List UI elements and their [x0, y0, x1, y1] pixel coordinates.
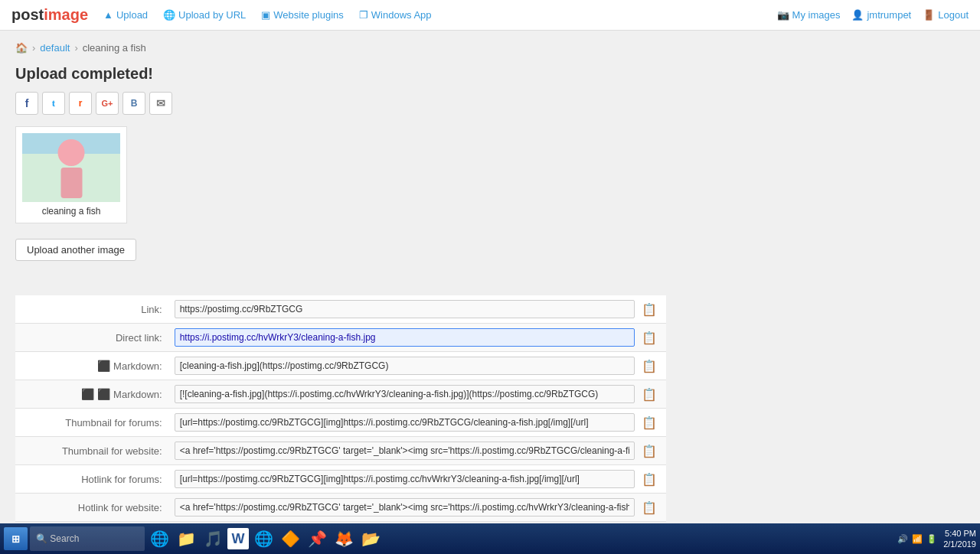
- copy-button-thumbnail-website[interactable]: 📋: [639, 442, 660, 460]
- logout-label: Logout: [938, 9, 969, 21]
- taskbar-search-icon[interactable]: 🔍 Search: [30, 526, 145, 551]
- link-input-markdown[interactable]: [175, 357, 635, 375]
- link-input-wrap-hotlink-website: 📋: [175, 498, 660, 517]
- breadcrumb-sep-1: ›: [32, 42, 35, 54]
- link-input-cell-link: 📋: [168, 295, 666, 324]
- copy-button-markdown-gh[interactable]: 📋: [639, 386, 660, 403]
- navbar: postimage ▲ Upload 🌐 Upload by URL ▣ Web…: [0, 0, 980, 31]
- link-input-cell-thumbnail-website: 📋: [168, 437, 666, 465]
- link-row-markdown-gh: ⬛⬛Markdown:📋: [15, 380, 666, 409]
- globe-icon: 🌐: [163, 9, 175, 21]
- taskbar: ⊞ 🔍 Search 🌐 📁 🎵 W 🌐 🔶 📌 🦊 📂 🔊 📶 🔋 5:40 …: [0, 523, 980, 554]
- upload-nav-link[interactable]: ▲ Upload: [103, 9, 148, 21]
- link-label-hotlink-website: Hotlink for website:: [15, 494, 168, 522]
- share-email-button[interactable]: ✉: [149, 92, 172, 115]
- link-label-markdown-gh: ⬛⬛Markdown:: [15, 380, 168, 409]
- link-label: Markdown:: [113, 389, 162, 400]
- copy-button-direct-link[interactable]: 📋: [639, 329, 660, 347]
- link-input-cell-hotlink-website: 📋: [168, 494, 666, 522]
- image-card-label: cleaning a fish: [22, 206, 120, 217]
- date-display: 2/1/2019: [943, 539, 976, 549]
- upload-by-url-nav-link[interactable]: 🌐 Upload by URL: [163, 9, 246, 21]
- windows-app-label: Windows App: [371, 9, 432, 21]
- upload-title: Upload completed!: [15, 65, 965, 83]
- link-label-hotlink-forums: Hotlink for forums:: [15, 465, 168, 494]
- taskbar-firefox-icon[interactable]: 🦊: [332, 526, 356, 551]
- link-label: Markdown:: [113, 360, 162, 372]
- puzzle-icon: ▣: [261, 9, 270, 21]
- link-input-thumbnail-website[interactable]: [175, 442, 635, 460]
- tray-icon-1: 🔊: [897, 534, 908, 544]
- taskbar-ie-icon[interactable]: 🌐: [147, 526, 172, 551]
- link-label-thumbnail-forums: Thumbnail for forums:: [15, 409, 168, 437]
- website-plugins-nav-link[interactable]: ▣ Website plugins: [261, 9, 344, 21]
- taskbar-app7-icon[interactable]: 📌: [305, 526, 329, 551]
- share-googleplus-button[interactable]: G+: [96, 92, 119, 115]
- windows-icon: ❐: [359, 9, 368, 21]
- tray-icon-3: 🔋: [926, 534, 937, 544]
- link-label-direct-link: Direct link:: [15, 324, 168, 352]
- copy-button-link[interactable]: 📋: [639, 301, 660, 318]
- start-button[interactable]: ⊞: [4, 527, 28, 550]
- windows-app-nav-link[interactable]: ❐ Windows App: [359, 9, 432, 21]
- home-icon: 🏠: [15, 42, 28, 54]
- link-input-wrap-markdown: 📋: [175, 357, 660, 375]
- logout-link[interactable]: 🚪 Logout: [923, 9, 969, 21]
- share-facebook-button[interactable]: f: [15, 92, 38, 115]
- share-vk-button[interactable]: В: [122, 92, 145, 115]
- link-input-thumbnail-forums[interactable]: [175, 413, 635, 432]
- md-icon-2: ⬛: [97, 388, 110, 400]
- image-card[interactable]: cleaning a fish: [15, 126, 127, 223]
- my-images-label: My images: [792, 9, 841, 21]
- link-input-cell-hotlink-forums: 📋: [168, 465, 666, 494]
- username-link[interactable]: 👤 jmtrumpet: [851, 9, 911, 21]
- link-row-link: Link:📋: [15, 295, 666, 324]
- link-input-cell-markdown: 📋: [168, 352, 666, 380]
- link-row-hotlink-forums: Hotlink for forums:📋: [15, 465, 666, 494]
- copy-button-thumbnail-forums[interactable]: 📋: [639, 414, 660, 432]
- breadcrumb-default-label: default: [40, 42, 70, 54]
- upload-another-button[interactable]: Upload another image: [15, 239, 136, 261]
- logo[interactable]: postimage: [11, 6, 88, 24]
- username-label: jmtrumpet: [867, 9, 911, 21]
- taskbar-vlc-icon[interactable]: 🔶: [278, 526, 302, 551]
- share-reddit-button[interactable]: r: [69, 92, 92, 115]
- link-label-link: Link:: [15, 295, 168, 324]
- copy-button-markdown[interactable]: 📋: [639, 357, 660, 375]
- navbar-right: 📷 My images 👤 jmtrumpet 🚪 Logout: [777, 9, 969, 21]
- link-row-thumbnail-forums: Thumbnail for forums:📋: [15, 409, 666, 437]
- link-input-wrap-direct-link: 📋: [175, 328, 660, 347]
- taskbar-chrome-icon[interactable]: 🌐: [251, 526, 276, 551]
- image-preview: [22, 133, 120, 202]
- taskbar-itunes-icon[interactable]: 🎵: [201, 526, 225, 551]
- link-label-thumbnail-website: Thumbnail for website:: [15, 437, 168, 465]
- taskbar-explorer-icon[interactable]: 📁: [174, 526, 198, 551]
- breadcrumb-default[interactable]: default: [40, 42, 70, 54]
- my-images-link[interactable]: 📷 My images: [777, 9, 841, 21]
- link-input-markdown-gh[interactable]: [175, 385, 635, 403]
- share-twitter-button[interactable]: t: [42, 92, 65, 115]
- logo-text: postimage: [11, 6, 88, 24]
- copy-button-hotlink-forums[interactable]: 📋: [639, 471, 660, 488]
- link-input-hotlink-forums[interactable]: [175, 470, 635, 488]
- website-plugins-label: Website plugins: [273, 9, 344, 21]
- upload-nav-label: Upload: [116, 9, 148, 21]
- link-input-link[interactable]: [175, 300, 635, 318]
- copy-button-hotlink-website[interactable]: 📋: [639, 499, 660, 517]
- taskbar-word-icon[interactable]: W: [227, 528, 249, 549]
- link-input-wrap-markdown-gh: 📋: [175, 385, 660, 403]
- link-label-markdown: ⬛Markdown:: [15, 352, 168, 380]
- taskbar-files-icon[interactable]: 📂: [358, 526, 383, 551]
- link-row-direct-link: Direct link:📋: [15, 324, 666, 352]
- upload-icon: ▲: [103, 9, 113, 21]
- link-input-direct-link[interactable]: [175, 328, 635, 347]
- user-icon: 👤: [851, 9, 864, 21]
- link-input-cell-markdown-gh: 📋: [168, 380, 666, 409]
- breadcrumb: 🏠 › default › cleaning a fish: [15, 42, 965, 54]
- link-row-hotlink-website: Hotlink for website:📋: [15, 494, 666, 522]
- breadcrumb-home[interactable]: 🏠: [15, 42, 28, 54]
- link-input-hotlink-website[interactable]: [175, 498, 635, 517]
- image-figure: [58, 139, 85, 198]
- link-row-markdown: ⬛Markdown:📋: [15, 352, 666, 380]
- link-input-cell-direct-link: 📋: [168, 324, 666, 352]
